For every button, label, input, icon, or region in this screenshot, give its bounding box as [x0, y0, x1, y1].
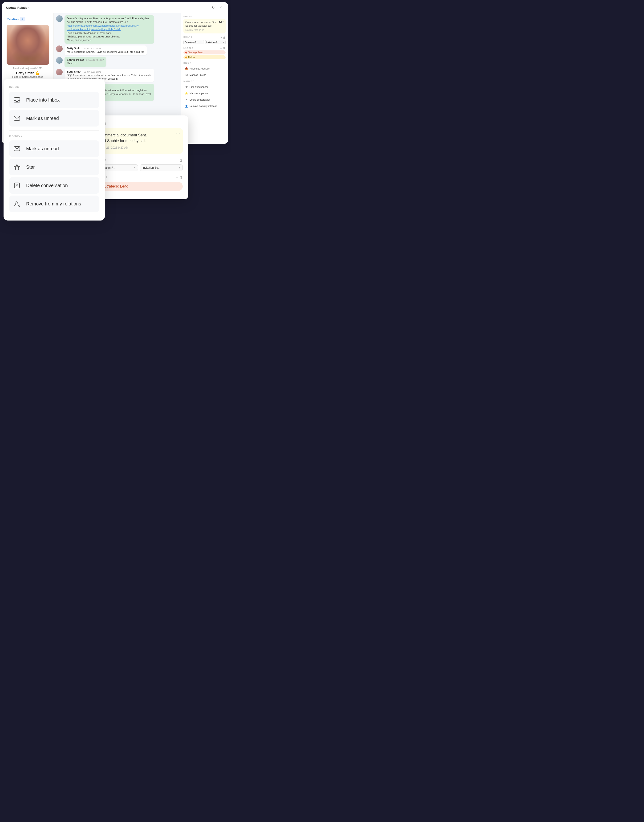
unread-icon: ✉ [185, 73, 188, 77]
message-time: · 22 juin 2023 10:36 [83, 48, 101, 50]
note-date: June 23, 2023 9:27 AM [100, 146, 178, 149]
profile-title: Head of Sales @Qompass [5, 75, 51, 78]
close-button[interactable]: × [218, 5, 224, 10]
profile-photo [6, 25, 49, 65]
refresh-button[interactable]: ↻ [210, 5, 216, 10]
note-date: 23 JUIN 2023 15:10 [185, 29, 224, 32]
star-action[interactable]: Star [9, 159, 99, 175]
message-time: · 22 juin 2023 10:37 [85, 59, 104, 61]
avatar [56, 15, 63, 22]
popup-divider [9, 130, 99, 131]
delete-conv-action[interactable]: Delete conversation [9, 177, 99, 194]
settings-icon[interactable]: ⚙ [220, 36, 222, 39]
tab-icon: ⊞ [20, 17, 25, 22]
invitation-option: Invitation Se... [143, 166, 160, 169]
note-menu-button[interactable]: ⋯ [221, 20, 224, 23]
message-sender: Betty Smith [67, 70, 81, 73]
modal-header-icons: ↻ × [210, 5, 224, 10]
labels-icons: + 🗑 [176, 175, 183, 180]
chevron-down-icon: ▾ [223, 41, 224, 43]
chevron-down-icon: ▾ [202, 41, 203, 43]
message-sender: Sophie Poirot [67, 58, 84, 61]
label-dot [185, 52, 187, 54]
manage-label: MANAGE [183, 80, 225, 83]
board-row: BOARD ⚙ 🗑 [183, 36, 225, 39]
label-follow[interactable]: Follow [183, 55, 225, 59]
message-bubble: Betty Smith · 22 juin 2023 10:36 Merci b… [64, 46, 147, 55]
trash-icon[interactable]: 🗑 [223, 36, 225, 39]
star-icon: ⭐ [185, 92, 188, 95]
message-bubble: Sophie Poirot · 22 juin 2023 10:37 Merci… [64, 57, 106, 67]
mark-unread-label: Mark as Unread [190, 74, 206, 76]
place-inbox-label: Place into Inbox [26, 97, 60, 103]
board-select-invitation[interactable]: Invitation Se... ▾ [205, 40, 226, 44]
svg-point-6 [15, 202, 17, 204]
star-icon [12, 163, 21, 172]
profile-name: Betty Smith 💪 [5, 71, 51, 75]
board-section: BOARD ⚙ 🗑 Campaign F... ▾ Invitation Se.… [183, 36, 225, 44]
labels-section: LABELS + 🗑 Strategic Lead Follow [183, 47, 225, 59]
delete-conversation-action[interactable]: ✗ Delete conversation [183, 97, 225, 103]
note-menu-button[interactable]: ⋯ [176, 131, 180, 135]
remove-relations-label: Remove from my relations [190, 105, 217, 108]
inbox-section: INBOX 📥 Place Into Archives ✉ Mark as Un… [183, 62, 225, 78]
board-selects: Campaign F... ▾ Invitation Se... ▾ [183, 40, 225, 44]
manage-section: MANAGE 👁 Hide from Kanbox ⭐ Mark as Impo… [183, 80, 225, 109]
manage-popup-label: MANAGE [9, 134, 99, 137]
label-follow-text: Follow [188, 56, 195, 59]
chevron-down-icon: ▾ [134, 167, 135, 169]
unread2-icon [12, 144, 21, 153]
message-text: Jean m'a dit que vous étiez partante pou… [67, 17, 152, 42]
hide-kanbox-action[interactable]: 👁 Hide from Kanbox [183, 84, 225, 90]
remove-relations-popup-action[interactable]: Remove from my relations [9, 195, 99, 212]
message-item: Sophie Poirot · 22 juin 2023 10:37 Merci… [56, 57, 178, 67]
mark-unread-action[interactable]: ✉ Mark as Unread [183, 72, 225, 78]
board-section-header: BOARD 🗑 [95, 158, 183, 162]
label-dot [185, 57, 187, 58]
inbox-label: INBOX [183, 62, 225, 64]
unread-envelope-icon [12, 114, 21, 123]
notes-card: ⋯ Commercial document Sent. Add Sophie f… [95, 128, 183, 154]
add-label-icon[interactable]: + [220, 47, 222, 51]
hide-icon: 👁 [185, 85, 188, 89]
label-strategic-large[interactable]: Strategic Lead [95, 182, 183, 191]
modal-title: Update Relation [6, 6, 29, 9]
message-bubble: Jean m'a dit que vous étiez partante pou… [64, 15, 154, 44]
board-option1: Campaign F... [185, 41, 198, 43]
relation-since: Relation since june 6th 2023 [5, 67, 51, 70]
labels-section-header: LABELS + 🗑 [95, 175, 183, 180]
message-item: Jean m'a dit que vous étiez partante pou… [56, 15, 178, 44]
board-label: BOARD [183, 36, 192, 38]
board-section-popup: BOARD 🗑 Campaign F... ▾ Invitation Se...… [95, 158, 183, 171]
avatar [56, 46, 63, 52]
board-option2: Invitation Se... [207, 41, 220, 43]
labels-icons: + 🗑 [220, 47, 225, 51]
board-select-campaign[interactable]: Campaign F... ▾ [183, 40, 204, 44]
mark-important-action[interactable]: ⭐ Mark as Important [183, 91, 225, 96]
add-label-icon[interactable]: + [176, 175, 178, 180]
message-sender: Betty Smith [67, 47, 81, 50]
label-strategic-text: Strategic Lead [188, 51, 204, 54]
trash-label-icon[interactable]: 🗑 [179, 175, 183, 179]
place-archives-label: Place Into Archives [190, 68, 210, 70]
board-invitation-select[interactable]: Invitation Se... ▾ [140, 164, 183, 171]
board-trash-icon[interactable]: 🗑 [179, 158, 183, 162]
message-header: Betty Smith · 22 juin 2023 10:36 [67, 47, 144, 50]
mark-unread-popup-action[interactable]: Mark as unread [9, 110, 99, 126]
profile-photo-inner [6, 25, 49, 65]
remove-user-icon [12, 199, 21, 208]
note-card: ⋯ Commercial document Sent. Add Sophie f… [183, 18, 225, 34]
labels-section-popup: LABELS + 🗑 Strategic Lead [95, 175, 183, 191]
message-item: Betty Smith · 22 juin 2023 10:36 Merci b… [56, 46, 178, 55]
place-into-archives-action[interactable]: 📥 Place Into Archives [183, 66, 225, 71]
trash-icon[interactable]: 🗑 [223, 47, 225, 51]
delete-conv-icon [12, 181, 21, 190]
label-strategic[interactable]: Strategic Lead [183, 51, 225, 54]
relation-tab[interactable]: Relation ⊞ [5, 16, 51, 22]
mark-unread2-action[interactable]: Mark as unread [9, 140, 99, 157]
remove-icon: 👤 [185, 104, 188, 108]
message-link[interactable]: https://chrome.google.com/webstore/detai… [67, 24, 140, 31]
place-inbox-action[interactable]: Place into Inbox [9, 92, 99, 108]
remove-relations-action[interactable]: 👤 Remove from my relations [183, 103, 225, 109]
star-label: Star [26, 164, 35, 170]
